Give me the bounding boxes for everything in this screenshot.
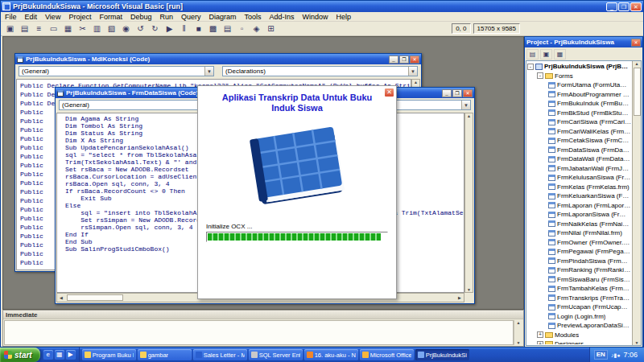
tree-item-form[interactable]: Login (Login.frm) <box>527 312 631 322</box>
scroll-up-icon[interactable]: ▲ <box>412 80 420 84</box>
scroll-down-icon[interactable]: ▼ <box>465 287 473 292</box>
minimize-button[interactable]: _ <box>442 89 452 97</box>
menu-item[interactable]: View <box>41 12 64 22</box>
maximize-button[interactable]: ❐ <box>452 89 462 97</box>
tree-item-form[interactable]: FrmUcapan (FrmUcapan.frm) <box>527 302 631 312</box>
maximize-button[interactable]: ❐ <box>618 2 630 11</box>
tree-item-modules-folder[interactable]: + Modules <box>527 331 631 340</box>
show-desktop-icon[interactable]: ▦ <box>55 350 64 360</box>
project-panel-titlebar[interactable]: Project - PrjBukuIndukSiswa ✕ <box>525 37 642 47</box>
vertical-scrollbar[interactable]: ▲ ▼ <box>464 113 473 293</box>
tree-item-form[interactable]: PreviewLaporanDataSiswa (PreviewLaporanD… <box>527 321 631 331</box>
tree-item-form[interactable]: FrmBkStud (FrmBkStud.frm) <box>527 109 631 118</box>
menu-editor-icon[interactable]: ≡ <box>32 23 46 35</box>
tree-item-form[interactable]: FrmTranskrips (FrmTranskrips.frm) <box>527 294 631 303</box>
splash-close-button[interactable]: ✕ <box>384 88 394 97</box>
scroll-down-icon[interactable]: ▼ <box>514 340 522 345</box>
object-browser-icon[interactable]: ◈ <box>250 23 263 35</box>
redo-icon[interactable]: ↻ <box>148 23 162 35</box>
tree-item-form[interactable]: FrmDataSiswa (FrmDataSiswa.frm) <box>527 146 631 155</box>
close-button[interactable]: ✕ <box>631 39 641 47</box>
menu-item[interactable]: Window <box>299 12 332 22</box>
menu-item[interactable]: Tools <box>241 12 266 22</box>
taskbar-button[interactable]: gambar <box>138 349 192 360</box>
scroll-left-icon[interactable]: ◀ <box>57 295 65 300</box>
scroll-down-icon[interactable]: ▼ <box>633 340 641 345</box>
tree-item-form[interactable]: FrmAboutProgrammer (FrmAboutProgrammer.f… <box>527 90 631 100</box>
menu-item[interactable]: Project <box>64 12 95 22</box>
taskbar-button[interactable]: Microsoft Office Pi... <box>360 349 414 360</box>
tree-item-form[interactable]: FrmCariWaliKelas (FrmCariWaliKelas.frm) <box>527 127 631 137</box>
tree-item-form[interactable]: FrmOwner (FrmOwner.frm) <box>527 238 631 248</box>
tree-item-form[interactable]: FrmKelulusanSiswa (FrmKelulusanSiswa.frm… <box>527 173 631 183</box>
view-code-icon[interactable]: ▤ <box>526 49 539 60</box>
tree-item-forms-folder[interactable]: - Forms <box>527 72 631 81</box>
main-titlebar[interactable]: PrjBukuIndukSiswa - Microsoft Visual Bas… <box>1 1 643 12</box>
vertical-scrollbar[interactable]: ▲ ▼ <box>514 320 522 345</box>
break-icon[interactable]: ‖ <box>177 23 191 35</box>
tree-item-form[interactable]: FrmPindahSiswa (FrmPindahSiswa.frm) <box>527 257 631 266</box>
tree-item-form[interactable]: FrmBukuInduk (FrmBukuInduk.frm) <box>527 99 631 109</box>
taskbar-button[interactable]: PrjBukuIndukSis... <box>415 349 469 360</box>
immediate-input-area[interactable] <box>4 320 514 345</box>
view-object-icon[interactable]: ▣ <box>540 49 552 60</box>
add-form-icon[interactable]: ▤ <box>18 23 31 35</box>
tree-item-form[interactable]: FrmSiswaBaru (FrmSiswaBaru.frm) <box>527 275 631 285</box>
tree-item-project-root[interactable]: - PrjBukuIndukSiswa (PrjBukuIndukSiswa) <box>527 62 631 72</box>
menu-item[interactable]: Query <box>177 12 205 22</box>
expand-icon[interactable]: + <box>537 341 543 344</box>
form-layout-icon[interactable]: ▫ <box>235 23 249 35</box>
tree-item-form[interactable]: FrmNaikKelas (FrmNaikKelas.frm) <box>527 220 631 229</box>
tree-item-form[interactable]: FrmTambahKelas (FrmTambahKelas.frm) <box>527 284 631 294</box>
internet-explorer-icon[interactable]: e <box>43 350 53 360</box>
menu-item[interactable]: Format <box>95 12 126 22</box>
tree-item-form[interactable]: FrmJabatanWali (FrmJabatanWali.frm) <box>527 164 631 174</box>
maximize-button[interactable]: ❐ <box>399 56 409 64</box>
save-project-icon[interactable]: ▦ <box>61 23 75 35</box>
menu-item[interactable]: File <box>1 12 21 22</box>
menu-item[interactable]: Edit <box>21 12 42 22</box>
antivirus-icon[interactable]: ● <box>617 352 620 358</box>
tree-item-form[interactable]: FrmLaporanSiswa (FrmLaporanSiswa.frm) <box>527 210 631 220</box>
tree-item-form[interactable]: FrmRanking (FrmRanking.frm) <box>527 265 631 275</box>
start-button[interactable]: start <box>0 348 40 362</box>
scroll-right-icon[interactable]: ▶ <box>456 295 464 300</box>
tree-item-form[interactable]: FrmKelas (FrmKelas.frm) <box>527 183 631 192</box>
cut-icon[interactable]: ✂ <box>76 23 89 35</box>
taskbar-button[interactable]: 16. aku-aku - N... <box>304 349 358 360</box>
end-icon[interactable]: ■ <box>192 23 205 35</box>
undo-icon[interactable]: ↺ <box>134 23 147 35</box>
close-button[interactable]: ✕ <box>630 2 642 11</box>
code-window-titlebar[interactable]: PrjBukuIndukSiswa - MdlKoneksi (Code) _ … <box>15 54 421 64</box>
properties-window-icon[interactable]: ▤ <box>221 23 234 35</box>
tree-item-designers-folder[interactable]: + Designers <box>527 339 631 344</box>
collapse-icon[interactable]: - <box>527 64 534 70</box>
language-indicator[interactable]: EN <box>594 350 608 360</box>
menu-item[interactable]: Help <box>332 12 356 22</box>
chevron-down-icon[interactable]: ▼ <box>408 67 417 76</box>
menu-item[interactable]: Run <box>155 12 177 22</box>
scrollbar-thumb[interactable] <box>634 68 641 116</box>
tree-item-form[interactable]: FrmNilai (FrmNilai.frm) <box>527 228 631 238</box>
tree-item-form[interactable]: FrmCariSiswa (FrmCariSiswa.frm) <box>527 117 631 127</box>
add-project-icon[interactable]: ▣ <box>3 23 17 35</box>
tree-item-form[interactable]: FrmKeluarkanSiswa (FrmKeluarkanSiswa.frm… <box>527 191 631 201</box>
tree-item-form[interactable]: FormUtama (FormUtama.frm) <box>527 80 631 90</box>
procedure-dropdown[interactable]: (Declarations) ▼ <box>222 66 418 76</box>
scroll-up-icon[interactable]: ▲ <box>514 320 522 325</box>
immediate-title[interactable]: Immediate <box>3 311 523 319</box>
close-button[interactable]: ✕ <box>410 56 419 64</box>
taskbar-button[interactable]: Sales Letter - Mi... <box>193 349 247 360</box>
chevron-down-icon[interactable]: ▼ <box>461 101 470 109</box>
minimize-button[interactable]: _ <box>606 2 617 11</box>
taskbar-button[interactable]: SQL Server Enterp... <box>249 349 303 360</box>
open-project-icon[interactable]: ▭ <box>47 23 60 35</box>
start-icon[interactable]: ▶ <box>163 23 176 35</box>
taskbar-button[interactable]: Program Buku I... <box>82 349 136 360</box>
toggle-folders-icon[interactable]: ▦ <box>554 49 566 60</box>
menu-item[interactable]: Debug <box>126 12 156 22</box>
copy-icon[interactable]: ▥ <box>90 23 104 35</box>
collapse-icon[interactable]: - <box>537 72 543 79</box>
vertical-scrollbar[interactable]: ▲ ▼ <box>632 61 641 345</box>
tree-item-form[interactable]: FrmLaporan (FrmLaporan.frm) <box>527 201 631 211</box>
